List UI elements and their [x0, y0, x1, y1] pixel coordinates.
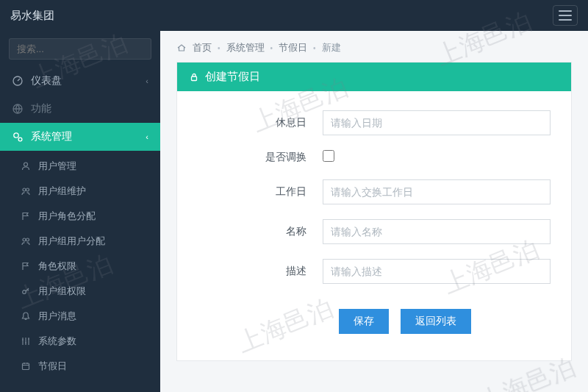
svg-rect-10 [23, 363, 29, 370]
breadcrumb-separator: • [313, 44, 316, 52]
sliders-icon [21, 336, 31, 346]
svg-point-8 [26, 238, 29, 241]
sidebar-sub-label: 用户组维护 [38, 185, 86, 198]
brand-title: 易水集团 [10, 9, 54, 23]
svg-point-4 [24, 163, 28, 166]
checkbox-switch[interactable] [323, 150, 334, 162]
sidebar-sub-holiday[interactable]: 节假日 [0, 354, 160, 379]
sidebar-sub-label: 用户组用户分配 [38, 235, 105, 248]
breadcrumb-home[interactable]: 首页 [193, 41, 212, 54]
svg-point-5 [23, 188, 26, 191]
input-work-day[interactable] [323, 179, 551, 204]
dashboard-icon [12, 75, 24, 87]
sidebar-sub-group-maint[interactable]: 用户组维护 [0, 179, 160, 204]
sidebar-item-label: 仪表盘 [31, 74, 62, 88]
sidebar-item-system[interactable]: 系统管理 ‹ [0, 123, 160, 151]
sidebar-sub-user-role[interactable]: 用户角色分配 [0, 204, 160, 229]
panel-title: 创建节假日 [205, 70, 260, 84]
sidebar-sub-label: 用户角色分配 [38, 210, 96, 223]
label-name: 名称 [198, 225, 323, 238]
sidebar-item-dashboard[interactable]: 仪表盘 ‹ [0, 67, 160, 95]
svg-point-7 [23, 238, 26, 241]
sidebar-sub-label: 用户组权限 [38, 285, 86, 298]
users-icon [21, 186, 31, 196]
breadcrumb-system[interactable]: 系统管理 [226, 41, 265, 54]
sidebar-sub-user-mgmt[interactable]: 用户管理 [0, 154, 160, 179]
label-rest-day: 休息日 [198, 116, 323, 129]
label-switch: 是否调换 [198, 151, 323, 164]
sidebar-sub-group-user[interactable]: 用户组用户分配 [0, 229, 160, 254]
search-input[interactable] [9, 38, 151, 60]
gears-icon [12, 131, 24, 143]
sidebar-sub-user-msg[interactable]: 用户消息 [0, 304, 160, 329]
topbar: 易水集团 [0, 0, 588, 31]
menu-toggle-button[interactable] [553, 5, 578, 26]
svg-point-3 [18, 138, 22, 141]
user-icon [21, 161, 31, 171]
back-list-button[interactable]: 返回列表 [401, 309, 471, 334]
lock-icon [189, 72, 199, 82]
flag-icon [21, 261, 31, 271]
input-desc[interactable] [323, 259, 551, 284]
home-icon [176, 43, 187, 53]
input-name[interactable] [323, 219, 551, 244]
sidebar-item-label: 功能 [31, 102, 51, 115]
sidebar-sub-group-perm[interactable]: 用户组权限 [0, 279, 160, 304]
svg-point-9 [23, 291, 26, 294]
breadcrumb-separator: • [218, 44, 220, 52]
sidebar-sub-sys-params[interactable]: 系统参数 [0, 329, 160, 354]
bell-icon [21, 311, 31, 321]
sidebar: 仪表盘 ‹ 功能 系统管理 ‹ [0, 31, 160, 392]
breadcrumb-holiday[interactable]: 节假日 [279, 41, 307, 54]
calendar-icon [21, 361, 31, 371]
breadcrumb: 首页 • 系统管理 • 节假日 • 新建 [160, 31, 588, 62]
sidebar-sub-label: 用户消息 [38, 310, 76, 323]
label-work-day: 工作日 [198, 185, 323, 199]
svg-point-6 [26, 188, 29, 191]
chevron-left-icon: ‹ [146, 76, 148, 85]
sidebar-sub-label: 节假日 [38, 360, 67, 373]
globe-icon [12, 103, 24, 115]
sidebar-item-label: 系统管理 [31, 130, 72, 143]
panel-header: 创建节假日 [177, 63, 571, 91]
save-button[interactable]: 保存 [339, 309, 389, 334]
breadcrumb-current: 新建 [322, 41, 341, 54]
svg-point-2 [14, 133, 18, 138]
panel-create-holiday: 创建节假日 休息日 是否调换 工作日 [176, 62, 572, 361]
breadcrumb-separator: • [270, 44, 273, 52]
sidebar-sub-role-perm[interactable]: 角色权限 [0, 254, 160, 279]
input-rest-day[interactable] [323, 110, 551, 135]
users-icon [21, 236, 31, 246]
svg-rect-11 [192, 76, 197, 81]
sidebar-sub-label: 系统参数 [38, 335, 76, 348]
sidebar-item-features[interactable]: 功能 [0, 95, 160, 123]
chevron-left-icon: ‹ [146, 132, 148, 141]
flag-icon [21, 211, 31, 221]
sidebar-sub-label: 角色权限 [38, 260, 76, 273]
sidebar-sub-label: 用户管理 [38, 160, 76, 173]
label-desc: 描述 [198, 265, 323, 278]
key-icon [21, 286, 31, 296]
